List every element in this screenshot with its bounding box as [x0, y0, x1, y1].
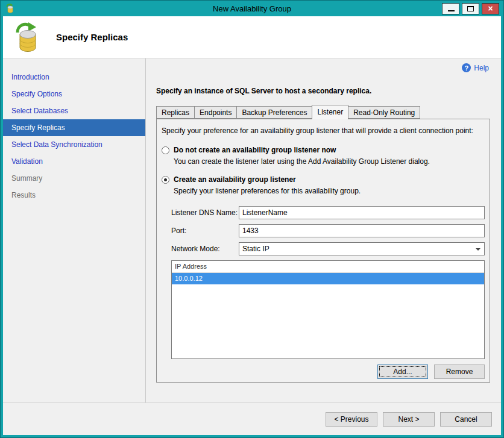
ip-address-list: IP Address 10.0.0.12	[171, 260, 485, 359]
main-panel: ? Help Specify an instance of SQL Server…	[146, 58, 501, 402]
network-mode-value: Static IP	[242, 245, 269, 253]
previous-button[interactable]: < Previous	[326, 412, 377, 427]
window-title: New Availability Group	[1, 4, 503, 13]
radio-create-listener[interactable]: Create an availability group listener	[162, 175, 485, 184]
sidebar-item-results: Results	[3, 187, 145, 204]
app-icon	[5, 4, 15, 13]
listener-dns-name-label: Listener DNS Name:	[171, 208, 239, 217]
wizard-steps-sidebar: Introduction Specify Options Select Data…	[3, 58, 146, 402]
instruction-text: Specify an instance of SQL Server to hos…	[156, 87, 490, 95]
tab-read-only-routing[interactable]: Read-Only Routing	[348, 106, 420, 119]
tab-listener[interactable]: Listener	[312, 105, 348, 119]
sidebar-item-summary: Summary	[3, 170, 145, 187]
listener-tab-panel: Specify your preference for an availabil…	[156, 119, 490, 383]
sidebar-item-specify-replicas[interactable]: Specify Replicas	[3, 119, 145, 136]
sidebar-item-select-databases[interactable]: Select Databases	[3, 102, 145, 119]
help-icon: ?	[462, 63, 471, 72]
ip-address-column-header[interactable]: IP Address	[172, 261, 484, 273]
sidebar-item-validation[interactable]: Validation	[3, 153, 145, 170]
tab-backup-preferences[interactable]: Backup Preferences	[236, 106, 312, 119]
sidebar-item-select-data-synchronization[interactable]: Select Data Synchronization	[3, 136, 145, 153]
sidebar-item-specify-options[interactable]: Specify Options	[3, 86, 145, 102]
dialog-frame: Specify Replicas Introduction Specify Op…	[3, 16, 501, 435]
ip-address-row[interactable]: 10.0.0.12	[172, 273, 484, 284]
cancel-button[interactable]: Cancel	[440, 412, 492, 427]
remove-button[interactable]: Remove	[434, 364, 485, 379]
minimize-button[interactable]	[442, 3, 459, 14]
add-button[interactable]: Add...	[377, 364, 428, 379]
radio-create-listener-label: Create an availability group listener	[174, 175, 296, 184]
help-link[interactable]: ? Help	[462, 63, 489, 72]
radio-checked-icon	[162, 176, 169, 184]
new-availability-group-dialog: New Availability Group × Specify Replica…	[0, 0, 504, 438]
tab-replicas[interactable]: Replicas	[156, 106, 195, 119]
port-input[interactable]	[239, 224, 485, 237]
minimize-icon	[448, 10, 455, 11]
radio-no-listener-label: Do not create an availability group list…	[174, 146, 336, 154]
radio-unchecked-icon	[162, 146, 169, 154]
availability-group-icon	[14, 21, 43, 54]
next-button[interactable]: Next >	[383, 412, 435, 427]
radio-create-listener-description: Specify your listener preferences for th…	[174, 187, 485, 195]
wizard-footer: < Previous Next > Cancel	[3, 402, 501, 435]
ip-list-actions: Add... Remove	[162, 364, 485, 379]
help-label: Help	[474, 64, 489, 72]
maximize-button[interactable]	[462, 3, 479, 14]
dialog-body: Introduction Specify Options Select Data…	[3, 58, 501, 402]
radio-no-listener[interactable]: Do not create an availability group list…	[162, 146, 485, 154]
page-title: Specify Replicas	[56, 32, 128, 42]
caption-buttons: ×	[442, 3, 499, 14]
network-mode-label: Network Mode:	[171, 245, 239, 253]
maximize-icon	[467, 6, 474, 11]
listener-dns-name-input[interactable]	[239, 206, 485, 219]
network-mode-select[interactable]: Static IP	[239, 242, 485, 255]
close-button[interactable]: ×	[482, 3, 499, 14]
port-label: Port:	[171, 227, 239, 235]
close-icon: ×	[488, 4, 493, 13]
listener-intro-text: Specify your preference for an availabil…	[162, 127, 485, 135]
sidebar-item-introduction[interactable]: Introduction	[3, 69, 145, 86]
chevron-down-icon	[476, 248, 480, 251]
tab-strip: Replicas Endpoints Backup Preferences Li…	[156, 105, 490, 119]
radio-no-listener-description: You can create the listener later using …	[174, 157, 485, 166]
listener-form: Listener DNS Name: Port: Network Mode: S…	[171, 206, 485, 255]
tab-endpoints[interactable]: Endpoints	[194, 106, 237, 119]
wizard-header: Specify Replicas	[3, 16, 501, 58]
titlebar[interactable]: New Availability Group ×	[1, 1, 503, 16]
